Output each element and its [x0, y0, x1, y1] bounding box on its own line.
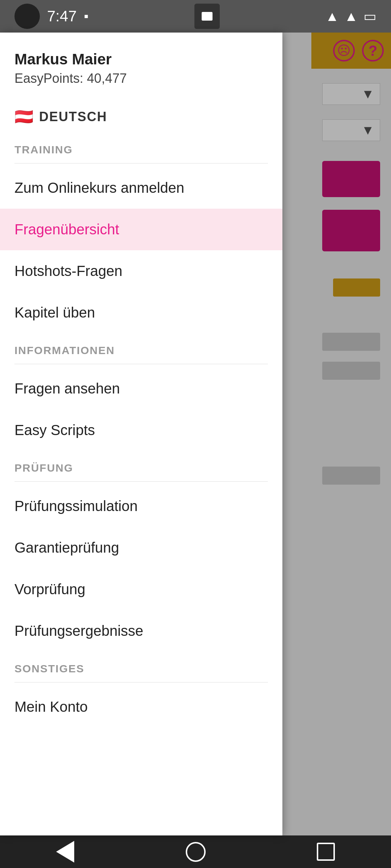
- menu-item-fragenubersicht[interactable]: Fragenübersicht: [0, 209, 282, 250]
- status-circle: [14, 4, 40, 29]
- informationen-divider: [14, 364, 268, 364]
- training-divider: [14, 163, 268, 163]
- prufung-section-header: PRÜFUNG: [0, 451, 282, 478]
- home-icon: [186, 842, 206, 862]
- status-right: ▲ ▲ ▭: [325, 8, 377, 24]
- wifi-icon: ▲: [325, 9, 339, 24]
- informationen-label: INFORMATIONEN: [14, 344, 115, 356]
- prufung-label: PRÜFUNG: [14, 462, 73, 474]
- menu-item-prufungssimulation[interactable]: Prüfungssimulation: [0, 485, 282, 527]
- nav-bar: [0, 835, 391, 868]
- nav-back-button[interactable]: [51, 837, 80, 866]
- status-center: [194, 4, 220, 29]
- back-icon: [56, 841, 74, 863]
- prufung-divider: [14, 481, 268, 482]
- battery-icon: ▭: [363, 8, 377, 24]
- sonstiges-section-header: SONSTIGES: [0, 652, 282, 678]
- svg-rect-0: [202, 12, 213, 21]
- menu-item-hotshots[interactable]: Hotshots-Fragen: [0, 250, 282, 292]
- signal-icon: ▲: [344, 9, 358, 24]
- menu-item-vorprufung[interactable]: Vorprüfung: [0, 569, 282, 610]
- status-time: 7:47: [47, 8, 77, 25]
- language-text: DEUTSCH: [39, 109, 107, 124]
- menu-item-garantieprifung[interactable]: Garantieprüfung: [0, 527, 282, 569]
- user-name: Markus Maier: [14, 51, 268, 68]
- menu-item-mein-konto[interactable]: Mein Konto: [0, 686, 282, 728]
- menu-item-kapitel-uben[interactable]: Kapitel üben: [0, 292, 282, 333]
- informationen-section-header: INFORMATIONEN: [0, 333, 282, 360]
- menu-item-easy-scripts[interactable]: Easy Scripts: [0, 409, 282, 451]
- training-label: TRAINING: [14, 144, 73, 156]
- sonstiges-divider: [14, 682, 268, 682]
- status-left: 7:47 ▪: [14, 4, 89, 29]
- menu-item-online-course[interactable]: Zum Onlinekurs anmelden: [0, 167, 282, 209]
- user-points: EasyPoints: 40,477: [14, 71, 268, 86]
- status-bar: 7:47 ▪ ▲ ▲ ▭: [0, 0, 391, 33]
- menu-item-prufungsergebnisse[interactable]: Prüfungsergebnisse: [0, 610, 282, 652]
- language-row[interactable]: 🇦🇹 DEUTSCH: [0, 97, 282, 133]
- drawer-header: Markus Maier EasyPoints: 40,477: [0, 33, 282, 97]
- status-sim: ▪: [84, 9, 89, 24]
- nav-home-button[interactable]: [181, 837, 210, 866]
- flag-icon: 🇦🇹: [14, 108, 33, 125]
- recents-icon: [317, 843, 335, 861]
- training-section-header: TRAINING: [0, 133, 282, 159]
- nav-recents-button[interactable]: [311, 837, 340, 866]
- navigation-drawer: Markus Maier EasyPoints: 40,477 🇦🇹 DEUTS…: [0, 33, 282, 835]
- main-container: ☹ ? ▼ ▼ Markus Maier EasyPoints: 40,477 …: [0, 33, 391, 835]
- sonstiges-label: SONSTIGES: [14, 663, 84, 675]
- notification-icon: [194, 4, 220, 29]
- menu-item-fragen-ansehen[interactable]: Fragen ansehen: [0, 368, 282, 409]
